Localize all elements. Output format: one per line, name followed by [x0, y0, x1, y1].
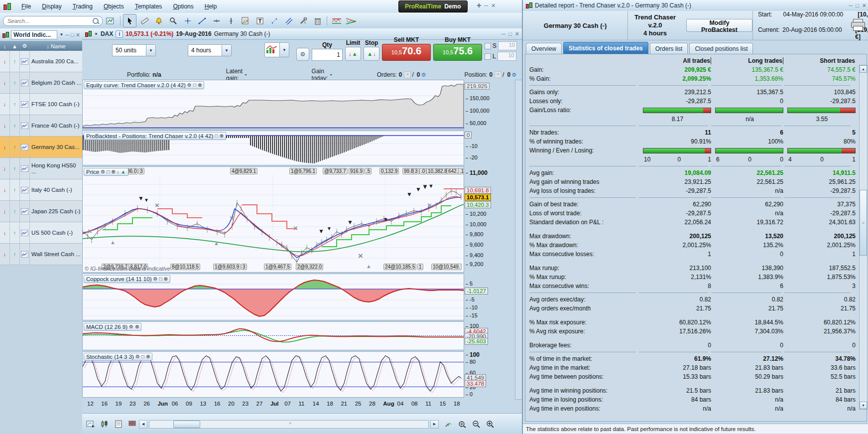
buy-icon[interactable]: ↑ [13, 80, 16, 86]
page-setup-icon[interactable] [113, 418, 124, 430]
wrench-icon[interactable]: ⚙ [101, 169, 105, 174]
sell-icon[interactable]: ↓ [3, 165, 6, 171]
zigzag-pattern-icon[interactable] [330, 14, 343, 27]
position-close-icon[interactable]: × [495, 71, 501, 78]
macd-panel-header[interactable]: MACD (12 26 9) ⚙ ⊗ [84, 323, 141, 331]
tab-statistics-of-closed-trades[interactable]: Statistics of closed trades [563, 42, 648, 54]
symbol-label[interactable]: DAX [101, 30, 113, 37]
buy-icon[interactable]: ↑ [13, 58, 16, 64]
wrench-icon[interactable]: ⚙ [135, 354, 140, 359]
close-icon[interactable]: ✕ [491, 3, 496, 8]
horizontal-segment-icon[interactable] [210, 14, 223, 27]
sell-icon[interactable]: ↓ [3, 187, 6, 193]
scrollbar-thumb[interactable]: ≡ [860, 190, 867, 256]
menu-file[interactable]: File [16, 1, 36, 12]
instrument-row[interactable]: ↓↑FTSE 100 Cash (-) [0, 94, 82, 115]
chart-icon[interactable] [21, 208, 28, 215]
green-up-icon[interactable]: ▲ [121, 169, 126, 174]
wrench-icon[interactable]: ⚙ [187, 83, 192, 88]
detach-window-icon[interactable]: □ [159, 277, 162, 282]
parallel-lines-icon[interactable] [282, 14, 295, 27]
menu-objects[interactable]: Objects [98, 1, 129, 12]
instrument-row[interactable]: ↓↑Hong Kong HS50 ... [0, 158, 82, 179]
sell-icon[interactable]: ↓ [3, 80, 6, 86]
buy-icon[interactable]: ↑ [13, 208, 16, 214]
timeframe-select[interactable]: 4 hours ▼ [188, 44, 232, 56]
maximize-icon[interactable]: □ [856, 3, 859, 8]
instrument-row[interactable]: ↓↑France 40 Cash (-) [0, 115, 82, 137]
chart-icon[interactable] [21, 144, 28, 150]
detach-window-icon[interactable]: □ [215, 134, 218, 139]
close-icon[interactable]: ⊗ [220, 134, 224, 139]
minimize-icon[interactable]: ─ [484, 3, 488, 8]
alarm-icon[interactable] [152, 14, 165, 27]
maximize-icon[interactable]: □ [71, 32, 74, 37]
new-chart-icon[interactable] [104, 14, 118, 27]
close-icon[interactable]: ⊗ [135, 324, 139, 329]
pin-icon[interactable]: ✚ [477, 3, 481, 8]
trash-icon[interactable] [311, 14, 324, 27]
chevron-down-icon[interactable]: ▼ [94, 32, 98, 36]
buy-icon[interactable]: ↑ [13, 230, 16, 236]
sell-icon[interactable]: ↓ [3, 144, 6, 150]
tab-overview[interactable]: Overview [526, 43, 562, 54]
upload-column-icon[interactable]: ▲ [10, 43, 20, 49]
buy-icon[interactable]: ↑ [13, 187, 16, 193]
vertical-line-icon[interactable] [224, 14, 238, 27]
col-short-trades[interactable]: Short trades [783, 57, 856, 64]
print-icon[interactable] [851, 19, 864, 30]
ruler-icon[interactable] [137, 14, 151, 27]
sell-icon[interactable]: ↓ [3, 123, 6, 129]
zoom-in-icon[interactable] [484, 418, 496, 430]
stochastic-panel-header[interactable]: Stochastic (14 3 3) ⚙ □ ⊗ [84, 353, 152, 361]
point-icon[interactable] [181, 14, 194, 27]
close-icon[interactable]: ⊗ [146, 354, 150, 359]
trendline-icon[interactable] [195, 14, 209, 27]
candle-settings-icon[interactable] [99, 418, 111, 430]
chart-icon[interactable] [21, 58, 28, 65]
maximize-icon[interactable]: □ [508, 31, 512, 36]
sidebar-title[interactable]: World Indic... [11, 30, 57, 39]
chart-vertical-scrollbar[interactable] [515, 80, 522, 400]
menu-templates[interactable]: Templates [129, 1, 168, 12]
report-scrollbar[interactable]: ▲ ≡ ▼ [859, 65, 868, 410]
col-long-trades[interactable]: Long trades [711, 57, 783, 64]
tools-icon[interactable] [296, 14, 310, 27]
menu-display[interactable]: Display [36, 1, 67, 12]
orders-gear-icon[interactable]: ⚙ [421, 72, 425, 78]
buy-market-button[interactable]: 10,575.6 [433, 44, 482, 61]
scroll-down-icon[interactable]: ▼ [860, 402, 867, 409]
sell-icon[interactable]: ↓ [3, 251, 6, 257]
info-icon[interactable]: i [116, 30, 123, 38]
close-icon[interactable]: ⊗ [198, 83, 202, 88]
scroll-up-icon[interactable]: ▲ [860, 65, 867, 73]
chart-type-button[interactable]: ▼ [264, 42, 289, 57]
wrench-icon[interactable]: ⚙ [153, 277, 157, 282]
sell-icon[interactable]: ↓ [3, 230, 6, 236]
chart-icon[interactable] [21, 230, 28, 236]
qty-input[interactable]: 1 [312, 49, 343, 61]
dropdown-icon[interactable]: ▼ [59, 32, 63, 37]
coppock-panel-header[interactable]: Coppock curve (14 11 10) ⚙ □ ⊗ [84, 275, 170, 283]
download-column-icon[interactable]: ↓ [0, 43, 10, 49]
sell-icon[interactable]: ↓ [3, 58, 6, 64]
limit-order-button[interactable]: ↓▲ [345, 47, 361, 61]
scroll-left-icon[interactable]: ◀ [139, 420, 147, 429]
stop-order-button[interactable]: ▲↓ [364, 47, 379, 61]
close-icon[interactable]: ✕ [515, 31, 519, 36]
cursor-icon[interactable] [123, 14, 136, 27]
sell-market-button[interactable]: 10,570.6 [382, 44, 431, 61]
search-input[interactable] [3, 16, 103, 26]
position-gear-icon[interactable]: ⚙ [511, 72, 515, 78]
tab-closed-positions-list[interactable]: Closed positions list [689, 43, 753, 54]
chart-icon[interactable] [21, 101, 28, 108]
minimize-icon[interactable]: ─ [65, 32, 69, 37]
close-icon[interactable]: ✕ [862, 3, 867, 8]
menu-trading[interactable]: Trading [67, 1, 98, 12]
zoom-out-icon[interactable] [470, 418, 482, 430]
close-icon[interactable]: ✕ [76, 32, 80, 37]
equity-panel-header[interactable]: Equity curve: Trend Chaser v.2.0 (4 42) … [84, 81, 204, 89]
buy-icon[interactable]: ↑ [13, 123, 16, 129]
minimize-icon[interactable]: ─ [501, 31, 505, 36]
instrument-row[interactable]: ↓↑Wall Street Cash ... [0, 244, 82, 265]
